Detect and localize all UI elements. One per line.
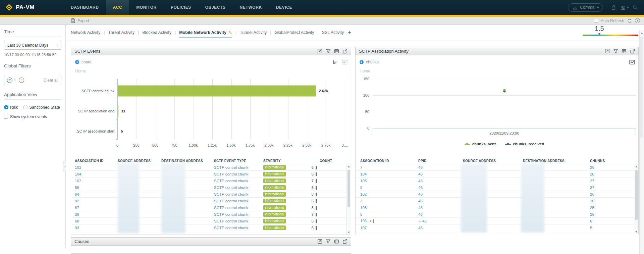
tab-network-activity[interactable]: Network Activity: [71, 30, 100, 37]
ppid-link[interactable]: 46: [418, 179, 423, 183]
tab-mobile-network-activity[interactable]: Mobile Network Activity✎: [179, 30, 232, 38]
save-config-button[interactable]: [620, 5, 629, 10]
ppid-link[interactable]: 46: [418, 199, 423, 203]
sctp-event-type-link[interactable]: SCTP control chunk: [214, 219, 248, 223]
ppid-link[interactable]: 46: [418, 206, 423, 210]
breadcrumb[interactable]: Home: [75, 69, 86, 73]
clear-all-button[interactable]: Clear all: [44, 78, 58, 83]
scroll-down-icon[interactable]: ▼: [347, 231, 351, 234]
scroll-up-icon[interactable]: ▲: [634, 164, 638, 168]
column-header[interactable]: SOURCE ADDRESS: [118, 159, 161, 163]
chunks-link[interactable]: 26: [590, 192, 594, 196]
association-id-link[interactable]: 105: [360, 179, 367, 183]
nav-item-device[interactable]: DEVICE: [269, 0, 299, 15]
scrollbar-thumb[interactable]: [640, 37, 643, 138]
help-icon[interactable]: ?: [635, 18, 640, 23]
line-chart-toggle-icon[interactable]: [342, 60, 347, 65]
nav-item-monitor[interactable]: MONITOR: [129, 0, 164, 15]
chunks-link[interactable]: 6: [590, 219, 592, 223]
association-id-link[interactable]: 102: [360, 192, 367, 196]
ppid-link[interactable]: 46: [418, 186, 423, 190]
nav-item-policies[interactable]: POLICIES: [164, 0, 198, 15]
association-id-link[interactable]: 89: [75, 186, 79, 190]
ppid-link[interactable]: 46: [418, 165, 423, 169]
edit-tab-icon[interactable]: ✎: [228, 30, 232, 35]
filter-icon[interactable]: [326, 239, 331, 244]
sctp-event-type-link[interactable]: SCTP control chunk: [214, 206, 248, 210]
maximize-icon[interactable]: [317, 239, 322, 244]
association-id-link[interactable]: 103: [75, 165, 81, 169]
association-id-link[interactable]: 104: [360, 172, 367, 176]
scrollbar-thumb[interactable]: [347, 170, 350, 207]
chunks-link[interactable]: 26: [590, 199, 594, 203]
sctp-event-type-link[interactable]: SCTP control chunk: [214, 179, 248, 183]
association-id-link[interactable]: 107: [360, 226, 367, 230]
ppid-link[interactable]: 46: [418, 172, 423, 176]
export-button[interactable]: Export: [71, 18, 89, 23]
chunks-link[interactable]: 27: [590, 179, 594, 183]
tab-threat-activity[interactable]: Threat Activity: [108, 30, 135, 37]
nav-item-objects[interactable]: OBJECTS: [198, 0, 233, 15]
sctp-event-type-link[interactable]: SCTP control chunk: [214, 199, 248, 203]
chevron-down-icon[interactable]: [418, 220, 421, 222]
ppid-link[interactable]: 46: [418, 212, 423, 216]
search-icon[interactable]: [632, 5, 638, 10]
column-header[interactable]: SOURCE ADDRESS: [463, 159, 523, 163]
show-system-events-checkbox-row[interactable]: Show system events: [4, 114, 61, 119]
association-id-link[interactable]: 93: [75, 226, 79, 230]
ppid-link[interactable]: 46: [418, 192, 423, 196]
refresh-icon[interactable]: [627, 18, 632, 23]
table-view-icon[interactable]: [622, 49, 627, 54]
remove-filter-button[interactable]: −: [19, 78, 24, 83]
scroll-down-icon[interactable]: ▼: [634, 231, 638, 233]
column-header[interactable]: ASSOCIATION ID: [75, 159, 118, 163]
legend-item-chunks_received[interactable]: chunks_received: [505, 142, 544, 146]
chunks-link[interactable]: 27: [590, 186, 594, 190]
scrollbar-thumb[interactable]: [635, 170, 638, 220]
nav-item-dashboard[interactable]: DASHBOARD: [64, 0, 106, 15]
filter-icon[interactable]: [613, 49, 618, 54]
chunks-link[interactable]: 25: [590, 212, 594, 216]
column-header[interactable]: COUNT: [304, 159, 345, 163]
column-header[interactable]: DESTINATION ADDRESS: [161, 159, 214, 163]
association-id-link[interactable]: 102: [75, 179, 81, 183]
unlock-icon[interactable]: [611, 5, 616, 10]
risk-radio[interactable]: Risk: [4, 104, 18, 110]
jump-to-logs-icon[interactable]: [630, 49, 635, 54]
chunks-link[interactable]: 28: [590, 172, 594, 176]
maximize-icon[interactable]: [605, 49, 610, 54]
bar[interactable]: [118, 86, 316, 97]
association-id-link[interactable]: 3: [360, 199, 362, 203]
page-scrollbar[interactable]: ▲: [639, 30, 644, 254]
association-id-link[interactable]: 84: [75, 192, 79, 196]
time-range-select[interactable]: Last 30 Calendar Days: [4, 41, 61, 50]
table-scrollbar[interactable]: ▲ ▼: [634, 164, 638, 234]
breadcrumb[interactable]: Home: [360, 69, 370, 73]
add-filter-button[interactable]: +: [7, 78, 12, 83]
chunks-link[interactable]: 5: [590, 226, 592, 230]
add-tab-button[interactable]: +: [348, 29, 351, 38]
association-id-link[interactable]: 104: [75, 172, 81, 176]
column-header[interactable]: SEVERITY: [263, 159, 304, 163]
data-point-chunks_sent[interactable]: [503, 89, 505, 91]
bar-chart-toggle-icon[interactable]: [333, 60, 338, 65]
column-header[interactable]: PPID: [418, 159, 463, 163]
tab-blocked-activity[interactable]: Blocked Activity: [142, 30, 171, 37]
sctp-event-type-link[interactable]: SCTP control chunk: [214, 165, 248, 169]
bar[interactable]: [118, 105, 118, 116]
legend-item-chunks_sent[interactable]: chunks_sent: [465, 142, 496, 146]
sanctioned-state-radio[interactable]: Sanctioned State: [23, 104, 60, 110]
association-id-link[interactable]: 5: [360, 212, 362, 216]
association-id-link[interactable]: 68: [75, 219, 79, 223]
bar[interactable]: [118, 126, 118, 137]
tab-tunnel-activity[interactable]: Tunnel Activity: [240, 30, 267, 37]
association-id-link[interactable]: 92: [75, 199, 79, 203]
column-header[interactable]: ASSOCIATION ID: [360, 159, 418, 163]
filter-icon[interactable]: [326, 49, 331, 54]
table-view-icon[interactable]: [334, 239, 339, 244]
nav-item-acc[interactable]: ACC: [106, 0, 129, 15]
sctp-event-type-link[interactable]: SCTP control chunk: [214, 186, 248, 190]
tab-globalprotect-activity[interactable]: GlobalProtect Activity: [274, 30, 314, 37]
sctp-event-type-link[interactable]: SCTP control chunk: [214, 192, 248, 196]
association-id-link[interactable]: 106: [360, 219, 367, 223]
